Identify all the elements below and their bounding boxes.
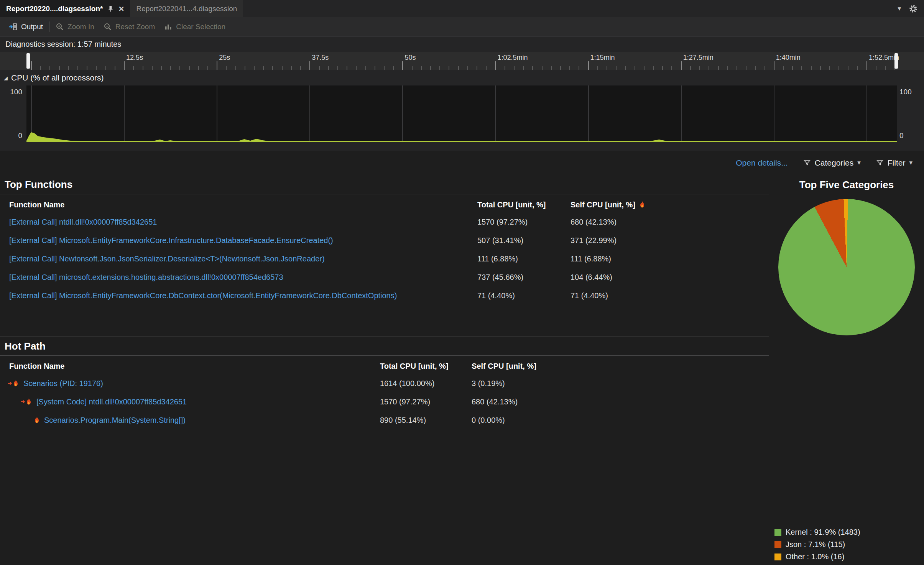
zoom-in-label: Zoom In bbox=[67, 23, 94, 31]
top-functions-column-headers: Function Name Total CPU [unit, %] Self C… bbox=[0, 194, 769, 213]
pin-icon[interactable] bbox=[107, 5, 114, 12]
function-link[interactable]: [External Call] Newtonsoft.Json.JsonSeri… bbox=[9, 255, 325, 263]
flame-icon bbox=[639, 201, 645, 209]
function-link[interactable]: Scenarios (PID: 19176) bbox=[23, 379, 103, 388]
self-cpu-value: 371 (22.99%) bbox=[571, 236, 769, 245]
table-row: [External Call] microsoft.extensions.hos… bbox=[0, 268, 769, 286]
open-details-link[interactable]: Open details... bbox=[736, 158, 788, 168]
function-link[interactable]: [External Call] microsoft.extensions.hos… bbox=[9, 273, 283, 281]
table-row: [External Call] Microsoft.EntityFramewor… bbox=[0, 286, 769, 305]
chevron-down-icon: ▾ bbox=[909, 159, 912, 167]
column-header-function-name[interactable]: Function Name bbox=[0, 362, 380, 371]
clear-selection-button[interactable]: Clear Selection bbox=[159, 17, 230, 36]
cpu-chart-title: CPU (% of all processors) bbox=[11, 73, 104, 82]
categories-label: Categories bbox=[815, 158, 854, 168]
categories-dropdown[interactable]: Categories ▾ bbox=[803, 158, 861, 168]
column-header-function-name[interactable]: Function Name bbox=[0, 200, 477, 209]
cpu-sparkline bbox=[26, 86, 897, 142]
function-link[interactable]: [External Call] Microsoft.EntityFramewor… bbox=[9, 291, 397, 300]
self-cpu-value: 104 (6.44%) bbox=[571, 273, 769, 282]
table-row: [External Call] Newtonsoft.Json.JsonSeri… bbox=[0, 250, 769, 268]
column-header-total-cpu[interactable]: Total CPU [unit, %] bbox=[380, 362, 472, 371]
filter-dropdown[interactable]: Filter ▾ bbox=[876, 158, 912, 168]
session-duration-text: Diagnostics session: 1:57 minutes bbox=[5, 40, 121, 49]
filter-funnel-icon bbox=[803, 159, 811, 167]
table-row: [System Code] ntdll.dll!0x00007ff85d3426… bbox=[0, 393, 769, 411]
tab-bar: Report20220....diagsession* × Report2022… bbox=[0, 0, 924, 17]
cpu-usage-graph[interactable] bbox=[26, 85, 897, 142]
output-label: Output bbox=[21, 23, 43, 31]
total-cpu-value: 890 (55.14%) bbox=[380, 416, 472, 425]
clear-selection-label: Clear Selection bbox=[176, 23, 225, 31]
chevron-down-icon: ▾ bbox=[857, 159, 861, 167]
chart-gap bbox=[0, 142, 924, 151]
legend-item: Other : 1.0% (16) bbox=[774, 552, 860, 561]
report-controls-row: Open details... Categories ▾ Filter ▾ bbox=[0, 151, 924, 175]
categories-panel-title: Top Five Categories bbox=[799, 179, 894, 191]
self-cpu-header-label: Self CPU [unit, %] bbox=[571, 200, 635, 209]
legend-item: Json : 7.1% (115) bbox=[774, 540, 860, 549]
legend-item: Kernel : 91.9% (1483) bbox=[774, 528, 860, 537]
legend-label: Json : 7.1% (115) bbox=[786, 540, 845, 549]
y-axis-min-left: 0 bbox=[2, 131, 22, 140]
cpu-chart-row: 100 0 100 0 bbox=[0, 85, 924, 142]
y-axis-max-right: 100 bbox=[899, 88, 920, 96]
section-title: Top Functions bbox=[5, 179, 72, 191]
function-link[interactable]: [External Call] Microsoft.EntityFramewor… bbox=[9, 236, 333, 245]
timeline-left-handle[interactable] bbox=[26, 53, 30, 69]
output-icon bbox=[8, 23, 18, 31]
total-cpu-value: 71 (4.40%) bbox=[477, 291, 571, 300]
hot-path-header: Hot Path bbox=[0, 337, 769, 356]
ruler-tick-label: 1:40min bbox=[776, 54, 801, 62]
function-link[interactable]: [System Code] ntdll.dll!0x00007ff85d3426… bbox=[36, 397, 187, 406]
ruler-tick-label: 12.5s bbox=[126, 54, 143, 62]
timeline-right-handle[interactable] bbox=[894, 53, 898, 69]
function-link[interactable]: Scenarios.Program.Main(System.String[]) bbox=[44, 416, 186, 425]
tab-active-report[interactable]: Report20220....diagsession* × bbox=[0, 0, 130, 17]
self-cpu-value: 3 (0.19%) bbox=[472, 379, 769, 388]
reset-zoom-button[interactable]: Reset Zoom bbox=[99, 17, 159, 36]
legend-swatch-other bbox=[774, 554, 781, 560]
timeline-ruler[interactable]: 12.5s25s37.5s50s1:02.5min1:15min1:27.5mi… bbox=[0, 52, 924, 70]
function-link[interactable]: [External Call] ntdll.dll!0x00007ff85d34… bbox=[9, 218, 157, 226]
diagnostics-session-label: Diagnostics session: 1:57 minutes bbox=[0, 36, 924, 52]
categories-pie bbox=[778, 199, 915, 335]
ruler-tick-label: 25s bbox=[219, 54, 230, 62]
output-button[interactable]: Output bbox=[4, 17, 48, 36]
ruler-tick-label: 37.5s bbox=[312, 54, 329, 62]
hot-path-column-headers: Function Name Total CPU [unit, %] Self C… bbox=[0, 356, 769, 374]
table-row: Scenarios.Program.Main(System.String[]) … bbox=[0, 411, 769, 429]
total-cpu-value: 1570 (97.27%) bbox=[380, 397, 472, 406]
flame-icon bbox=[34, 416, 40, 424]
column-header-self-cpu[interactable]: Self CPU [unit, %] bbox=[571, 200, 769, 209]
table-row: Scenarios (PID: 19176) 1614 (100.00%) 3 … bbox=[0, 374, 769, 393]
table-row: [External Call] Microsoft.EntityFramewor… bbox=[0, 231, 769, 250]
reset-zoom-icon bbox=[104, 23, 112, 31]
tab-title: Report20220....diagsession* bbox=[6, 5, 103, 13]
section-spacer bbox=[0, 305, 769, 337]
self-cpu-value: 111 (6.88%) bbox=[571, 255, 769, 263]
tab-inactive-report[interactable]: Report2022041...4.diagsession bbox=[130, 0, 243, 17]
filter-funnel-icon bbox=[876, 159, 884, 167]
table-row: [External Call] ntdll.dll!0x00007ff85d34… bbox=[0, 213, 769, 231]
close-icon[interactable]: × bbox=[118, 4, 124, 13]
zoom-in-button[interactable]: Zoom In bbox=[51, 17, 99, 36]
cpu-section-header[interactable]: ◢ CPU (% of all processors) bbox=[0, 70, 924, 85]
y-axis-min-right: 0 bbox=[899, 131, 920, 140]
gear-icon[interactable] bbox=[909, 4, 918, 13]
chevron-down-icon[interactable]: ▾ bbox=[898, 5, 901, 13]
pie-legend: Kernel : 91.9% (1483) Json : 7.1% (115) … bbox=[774, 528, 860, 561]
total-cpu-value: 737 (45.66%) bbox=[477, 273, 571, 282]
legend-label: Kernel : 91.9% (1483) bbox=[786, 528, 860, 537]
collapse-triangle-icon[interactable]: ◢ bbox=[4, 75, 8, 81]
total-cpu-value: 1570 (97.27%) bbox=[477, 218, 571, 227]
hot-path-flame-arrow-icon bbox=[21, 398, 32, 406]
ruler-tick-label: 50s bbox=[404, 54, 416, 62]
hot-path-flame-arrow-icon bbox=[8, 379, 19, 387]
ruler-major-ticks bbox=[26, 61, 897, 70]
legend-swatch-kernel bbox=[774, 529, 781, 536]
column-header-total-cpu[interactable]: Total CPU [unit, %] bbox=[477, 200, 571, 209]
toolbar-separator bbox=[49, 21, 49, 32]
column-header-self-cpu[interactable]: Self CPU [unit, %] bbox=[472, 362, 769, 371]
legend-swatch-json bbox=[774, 541, 781, 548]
